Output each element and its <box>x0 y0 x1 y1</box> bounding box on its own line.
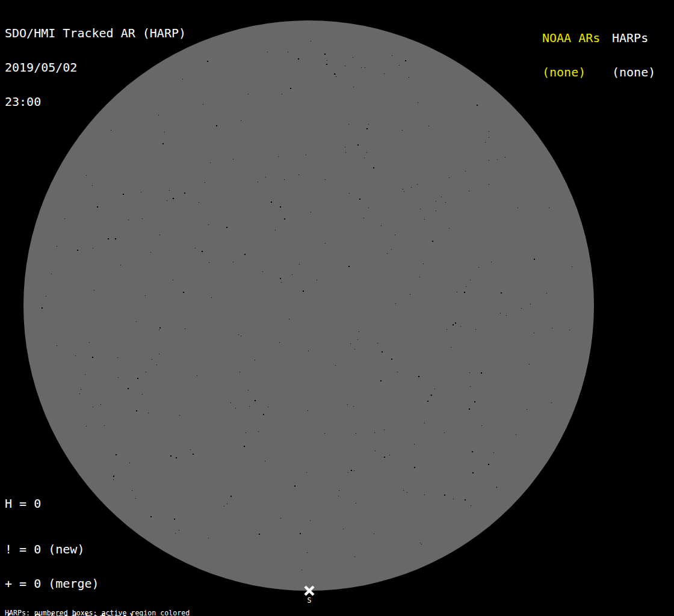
sunspot-speckle <box>136 410 137 411</box>
sunspot-speckle <box>115 238 116 239</box>
sunspot-speckle <box>89 342 90 343</box>
sunspot-speckle <box>373 167 374 168</box>
sunspot-speckle <box>123 194 124 195</box>
sunspot-speckle <box>444 433 445 433</box>
sunspot-speckle <box>384 457 385 458</box>
sunspot-speckle <box>551 402 552 403</box>
sunspot-speckle <box>363 218 364 218</box>
sunspot-speckle <box>349 193 350 194</box>
noaa-ars-status: NOAA ARs (none) <box>542 10 600 101</box>
sunspot-speckle <box>399 65 400 66</box>
sunspot-speckle <box>351 470 352 471</box>
sunspot-speckle <box>175 533 176 534</box>
sunspot-speckle <box>183 292 184 293</box>
sunspot-speckle <box>336 76 336 77</box>
sunspot-speckle <box>472 472 474 473</box>
sunspot-speckle <box>500 313 501 313</box>
sunspot-speckle <box>57 246 57 247</box>
sunspot-speckle <box>391 249 392 250</box>
sunspot-speckle <box>265 177 266 177</box>
sunspot-speckle <box>282 94 282 94</box>
sunspot-speckle <box>338 496 339 496</box>
sunspot-speckle <box>159 354 159 354</box>
sunspot-speckle <box>478 267 479 268</box>
sunspot-speckle <box>216 125 217 126</box>
sunspot-speckle <box>299 264 300 265</box>
noaa-ars-label: NOAA ARs <box>542 32 600 44</box>
sunspot-speckle <box>241 336 241 336</box>
sunspot-speckle <box>255 360 255 360</box>
south-cross-icon <box>303 585 315 597</box>
sunspot-speckle <box>142 218 143 219</box>
sunspot-speckle <box>141 192 141 192</box>
sunspot-speckle <box>308 351 309 351</box>
sunspot-speckle <box>94 290 94 291</box>
sunspot-speckle <box>451 347 451 348</box>
sunspot-speckle <box>489 137 489 138</box>
sunspot-speckle <box>335 74 336 75</box>
sunspot-speckle <box>374 534 374 534</box>
sunspot-speckle <box>248 94 249 94</box>
sunspot-speckle <box>405 60 406 61</box>
sunspot-speckle <box>306 155 306 155</box>
sunspot-speckle <box>403 490 404 491</box>
sunspot-speckle <box>368 124 369 125</box>
sunspot-speckle <box>491 262 492 262</box>
sunspot-speckle <box>481 372 482 374</box>
sunspot-speckle <box>530 304 531 304</box>
sunspot-speckle <box>418 376 419 377</box>
sunspot-speckle <box>185 328 185 329</box>
sunspot-speckle <box>444 494 445 496</box>
sunspot-speckle <box>572 266 572 267</box>
sunspot-speckle <box>42 307 43 309</box>
sunspot-speckle <box>466 286 466 287</box>
harp-count: H = 0 <box>5 498 41 510</box>
sunspot-speckle <box>353 87 354 87</box>
sunspot-speckle <box>202 251 203 252</box>
sunspot-speckle <box>335 365 336 366</box>
sunspot-speckle <box>325 243 326 244</box>
sunspot-speckle <box>79 393 80 394</box>
sunspot-speckle <box>298 174 299 175</box>
sunspot-speckle <box>421 544 422 544</box>
legend-line-merge: + = 0 (merge) <box>5 578 143 590</box>
sunspot-speckle <box>423 263 424 264</box>
sunspot-speckle <box>46 296 46 297</box>
sunspot-speckle <box>489 184 489 185</box>
sunspot-speckle <box>453 499 454 499</box>
sunspot-speckle <box>469 372 470 373</box>
sunspot-speckle <box>258 431 259 432</box>
sunspot-speckle <box>375 451 376 451</box>
sunspot-speckle <box>311 212 311 212</box>
sunspot-speckle <box>164 132 165 132</box>
sunspot-speckle <box>516 434 516 435</box>
sunspot-speckle <box>235 408 236 408</box>
sunspot-speckle <box>424 423 425 424</box>
sunspot-speckle <box>420 543 421 543</box>
sunspot-speckle <box>310 520 311 521</box>
sunspot-speckle <box>179 530 179 531</box>
sunspot-speckle <box>395 235 395 235</box>
sunspot-speckle <box>233 159 233 159</box>
sunspot-speckle <box>92 185 93 186</box>
sunspot-speckle <box>339 490 339 491</box>
sunspot-speckle <box>211 297 212 298</box>
sunspot-speckle <box>279 342 280 343</box>
sunspot-speckle <box>292 274 292 275</box>
sunspot-speckle <box>249 406 250 407</box>
sunspot-speckle <box>208 224 209 225</box>
sunspot-speckle <box>288 52 288 52</box>
sunspot-speckle <box>432 241 433 242</box>
sunspot-speckle <box>145 295 146 296</box>
sunspot-speckle <box>324 54 326 55</box>
sunspot-speckle <box>382 351 383 353</box>
sunspot-speckle <box>289 319 289 319</box>
sunspot-speckle <box>203 104 203 105</box>
harp-plot-canvas: SDO/HMI Tracked AR (HARP) 2019/05/02 23:… <box>0 0 674 616</box>
sunspot-speckle <box>354 349 355 350</box>
sunspot-speckle <box>135 498 136 499</box>
sunspot-speckle <box>469 191 469 191</box>
sunspot-speckle <box>210 162 211 163</box>
sunspot-speckle <box>230 402 231 403</box>
sunspot-speckle <box>391 359 392 360</box>
